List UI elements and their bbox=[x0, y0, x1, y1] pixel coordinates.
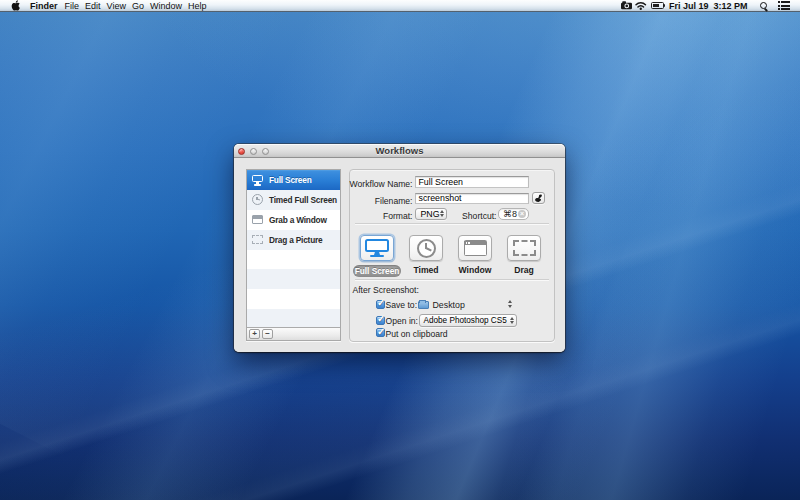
workflow-name-label: Workflow Name: bbox=[350, 179, 413, 189]
mode-drag-label: Drag bbox=[507, 265, 541, 275]
window-title: Workflows bbox=[234, 145, 565, 156]
workflow-item-label: Full Screen bbox=[269, 175, 312, 185]
workflow-item-timed-full-screen[interactable]: Timed Full Screen bbox=[247, 190, 340, 210]
save-to-popup[interactable]: Desktop bbox=[418, 299, 465, 311]
workflow-settings-panel: Workflow Name: Full Screen Filename: scr… bbox=[349, 169, 555, 342]
list-icon bbox=[778, 1, 790, 10]
empty-row bbox=[247, 250, 340, 270]
pen-icon bbox=[534, 194, 543, 203]
clipboard-label: Put on clipboard bbox=[386, 329, 448, 339]
check-icon: ✓ bbox=[377, 297, 385, 308]
check-icon: ✓ bbox=[377, 326, 385, 337]
window-icon bbox=[464, 240, 487, 256]
mode-full-screen-label: Full Screen bbox=[353, 265, 401, 278]
menu-go[interactable]: Go bbox=[129, 0, 147, 11]
window-icon bbox=[251, 214, 263, 226]
clipboard-checkbox[interactable]: ✓ bbox=[376, 328, 385, 337]
clock-icon bbox=[251, 194, 263, 206]
camera-menu-extra[interactable] bbox=[619, 0, 633, 11]
drag-icon bbox=[251, 234, 263, 246]
menu-bar: Finder File Edit View Go Window Help Fri… bbox=[0, 0, 800, 12]
workflow-item-label: Grab a Window bbox=[269, 215, 327, 225]
workflow-item-grab-a-window[interactable]: Grab a Window bbox=[247, 210, 340, 230]
wifi-menu-extra[interactable] bbox=[633, 0, 649, 11]
save-to-arrows-icon[interactable] bbox=[508, 300, 512, 308]
clear-shortcut-button[interactable]: × bbox=[518, 210, 526, 218]
mode-drag-button[interactable] bbox=[507, 235, 541, 261]
workflow-item-label: Drag a Picture bbox=[269, 235, 322, 245]
open-in-popup[interactable]: Adobe Photoshop CS5 bbox=[419, 314, 517, 327]
drag-icon bbox=[513, 240, 536, 256]
window-titlebar[interactable]: Workflows bbox=[234, 144, 565, 158]
mode-window-label: Window bbox=[458, 265, 492, 275]
workflow-name-field[interactable]: Full Screen bbox=[415, 176, 529, 188]
empty-row bbox=[247, 289, 340, 309]
save-to-checkbox[interactable]: ✓ bbox=[376, 300, 385, 309]
list-toolbar: + − bbox=[247, 327, 340, 340]
shortcut-field[interactable]: ⌘8 × bbox=[498, 208, 529, 220]
shortcut-value: ⌘8 bbox=[503, 209, 517, 219]
workflow-name-value: Full Screen bbox=[419, 177, 464, 187]
wifi-icon bbox=[635, 1, 647, 10]
workflow-item-full-screen[interactable]: Full Screen bbox=[247, 170, 340, 190]
menu-app-name[interactable]: Finder bbox=[26, 0, 62, 11]
workflow-item-label: Timed Full Screen bbox=[269, 195, 337, 205]
filename-value: screenshot bbox=[419, 193, 462, 203]
save-to-value: Desktop bbox=[433, 300, 465, 310]
format-label: Format: bbox=[350, 211, 413, 221]
battery-icon bbox=[651, 2, 664, 9]
filename-field[interactable]: screenshot bbox=[415, 193, 529, 205]
save-to-label: Save to: bbox=[386, 300, 418, 310]
check-icon: ✓ bbox=[377, 313, 385, 324]
add-workflow-button[interactable]: + bbox=[249, 329, 260, 339]
mode-window-button[interactable] bbox=[458, 235, 492, 261]
menu-edit[interactable]: Edit bbox=[82, 0, 104, 11]
popup-arrows-icon bbox=[510, 317, 514, 325]
menu-window[interactable]: Window bbox=[147, 0, 185, 11]
mode-timed-label: Timed bbox=[409, 265, 443, 275]
display-icon bbox=[365, 239, 389, 257]
workflows-window: Workflows Full Screen Timed Full Screen … bbox=[234, 144, 565, 352]
empty-row bbox=[247, 269, 340, 289]
apple-menu[interactable] bbox=[0, 0, 26, 11]
battery-menu-extra[interactable] bbox=[649, 0, 666, 11]
mode-timed-button[interactable] bbox=[409, 235, 443, 261]
notification-menu-extra[interactable] bbox=[773, 0, 800, 11]
camera-icon bbox=[621, 1, 632, 10]
separator bbox=[355, 279, 549, 280]
open-in-value: Adobe Photoshop CS5 bbox=[424, 316, 507, 325]
apple-icon bbox=[11, 0, 20, 11]
after-screenshot-label: After Screenshot: bbox=[353, 285, 419, 295]
menu-clock[interactable]: Fri Jul 19 3:12 PM bbox=[666, 1, 752, 11]
remove-workflow-button[interactable]: − bbox=[262, 329, 273, 339]
filename-token-button[interactable] bbox=[532, 192, 545, 204]
empty-row bbox=[247, 309, 340, 327]
workflow-item-drag-a-picture[interactable]: Drag a Picture bbox=[247, 230, 340, 250]
separator bbox=[355, 223, 549, 224]
mode-full-screen-button[interactable] bbox=[360, 235, 394, 261]
search-icon bbox=[760, 2, 768, 10]
window-content: Full Screen Timed Full Screen Grab a Win… bbox=[234, 159, 565, 352]
menu-help[interactable]: Help bbox=[185, 0, 210, 11]
workflow-list: Full Screen Timed Full Screen Grab a Win… bbox=[246, 169, 341, 341]
open-in-checkbox[interactable]: ✓ bbox=[376, 316, 385, 325]
open-in-label: Open in: bbox=[386, 316, 419, 326]
menu-view[interactable]: View bbox=[104, 0, 129, 11]
clock-icon bbox=[417, 239, 436, 258]
filename-label: Filename: bbox=[350, 196, 413, 206]
folder-icon bbox=[418, 301, 429, 309]
menu-file[interactable]: File bbox=[62, 0, 83, 11]
shortcut-label: Shortcut: bbox=[435, 211, 497, 221]
display-icon bbox=[251, 174, 263, 186]
spotlight-menu-extra[interactable] bbox=[752, 0, 774, 11]
